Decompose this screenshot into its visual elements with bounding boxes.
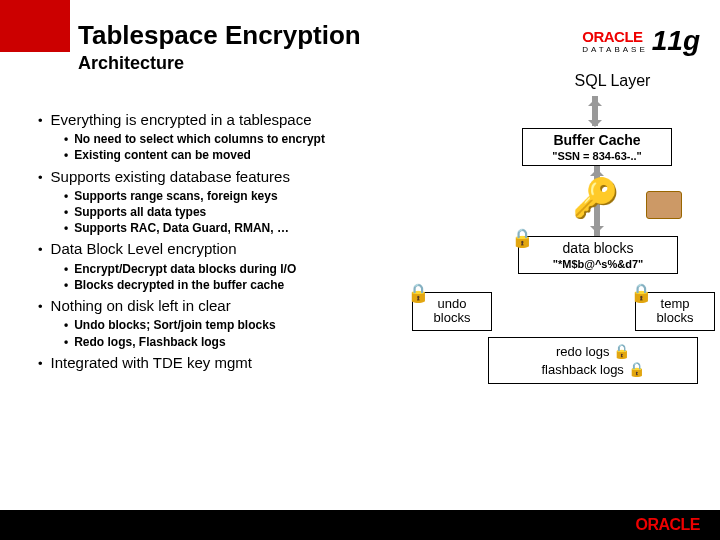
arrow-down-icon — [588, 120, 602, 134]
undo-blocks-box: 🔒 undo blocks — [412, 292, 492, 331]
sql-layer-label: SQL Layer — [510, 72, 715, 90]
lock-icon: 🔒 — [613, 342, 630, 360]
oracle-footer-logo: ORACLE — [635, 516, 700, 534]
bullet-2b: Supports all data types — [64, 204, 428, 220]
redo-text: redo logs — [556, 344, 609, 359]
footer-bar: ORACLE — [0, 510, 720, 540]
arrow-up-icon-2 — [590, 162, 604, 176]
bullet-2c: Supports RAC, Data Guard, RMAN, … — [64, 220, 428, 236]
flashback-text: flashback logs — [541, 362, 623, 377]
data-blocks-box: 🔒 data blocks "*M$b@^s%&d7" — [518, 236, 678, 274]
bullet-1b: Existing content can be moved — [64, 147, 428, 163]
bullet-3a: Encrypt/Decrypt data blocks during I/O — [64, 261, 428, 277]
slide-header: Tablespace Encryption Architecture — [78, 20, 361, 74]
architecture-diagram: SQL Layer Buffer Cache "SSN = 834-63-.."… — [440, 72, 715, 384]
wallet-icon — [646, 191, 682, 219]
bullet-1: Everything is encrypted in a tablespace — [51, 111, 312, 128]
lock-icon: 🔒 — [407, 284, 429, 304]
oracle-logo-top: ORACLE DATABASE 11g — [582, 25, 700, 57]
data-blocks-title: data blocks — [525, 240, 671, 256]
lock-icon: 🔒 — [630, 284, 652, 304]
undo-text: undo blocks — [434, 296, 471, 325]
version-text: 11g — [652, 25, 700, 57]
bullet-5: Integrated with TDE key mgmt — [51, 354, 252, 371]
red-accent-block — [0, 0, 70, 52]
temp-blocks-box: 🔒 temp blocks — [635, 292, 715, 331]
redo-logs-box: redo logs 🔒 flashback logs 🔒 — [488, 337, 698, 385]
key-icon: 🔑 — [572, 176, 619, 220]
oracle-product-text: DATABASE — [582, 45, 648, 54]
buffer-cache-title: Buffer Cache — [529, 132, 665, 148]
lock-icon: 🔒 — [511, 227, 533, 249]
cipher-text: "*M$b@^s%&d7" — [525, 258, 671, 270]
bullet-3b: Blocks decrypted in the buffer cache — [64, 277, 428, 293]
bullet-4a: Undo blocks; Sort/join temp blocks — [64, 317, 428, 333]
slide-subtitle: Architecture — [78, 53, 361, 74]
bullet-3: Data Block Level encryption — [51, 240, 237, 257]
bullet-content: Everything is encrypted in a tablespace … — [38, 110, 428, 375]
bullet-2: Supports existing database features — [51, 168, 290, 185]
lock-icon: 🔒 — [628, 360, 645, 378]
bullet-4: Nothing on disk left in clear — [51, 297, 231, 314]
temp-text: temp blocks — [657, 296, 694, 325]
bullet-1a: No need to select which columns to encry… — [64, 131, 428, 147]
bullet-4b: Redo logs, Flashback logs — [64, 334, 428, 350]
slide-title: Tablespace Encryption — [78, 20, 361, 51]
bullet-2a: Supports range scans, foreign keys — [64, 188, 428, 204]
spacer — [500, 292, 627, 331]
key-area: 🔑 — [522, 166, 672, 236]
arrow-up-icon — [588, 92, 602, 106]
oracle-brand-text: ORACLE — [582, 28, 648, 45]
ssn-text: "SSN = 834-63-.." — [529, 150, 665, 162]
